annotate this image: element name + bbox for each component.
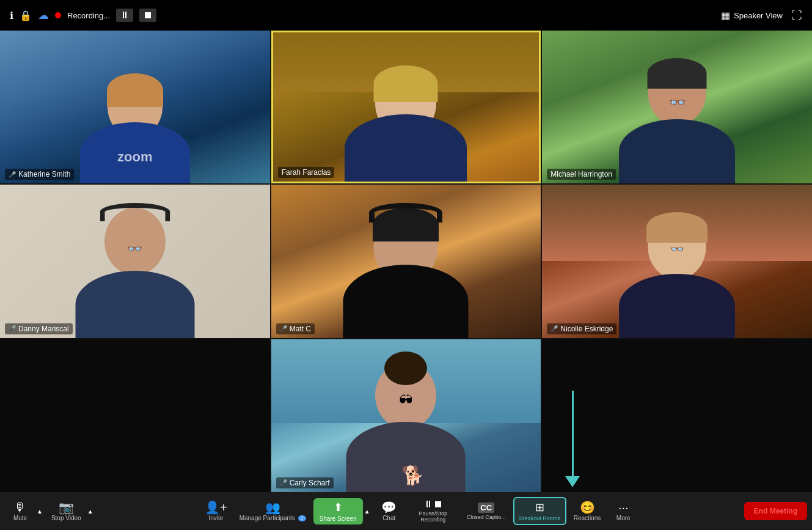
video-icon: 📷 — [59, 501, 74, 513]
stop-video-button-group: 📷 Stop Video ▲ — [46, 499, 95, 524]
stop-video-label: Stop Video — [51, 515, 81, 521]
name-label-farah: Farah Faraclas — [278, 167, 335, 178]
pause-recording-label: Pause/Stop Recording — [412, 510, 455, 523]
fullscreen-icon[interactable]: ⛶ — [791, 9, 802, 22]
more-icon: ··· — [618, 501, 629, 513]
cc-icon: CC — [478, 502, 494, 513]
share-screen-label: Share Screen — [320, 515, 357, 522]
mute-caret[interactable]: ▲ — [35, 499, 44, 524]
arrow-line — [572, 391, 574, 476]
top-bar: ℹ 🔒 ☁ Recording... ⏸ ⏹ ▦ Speaker View ⛶ — [0, 0, 812, 31]
participants-icon: 👥 — [265, 501, 280, 513]
reactions-icon: 😊 — [580, 501, 595, 513]
share-screen-caret[interactable]: ▲ — [363, 498, 371, 524]
invite-icon: 👤+ — [205, 501, 227, 513]
zoom-cloud-icon: ☁ — [38, 9, 49, 22]
recording-dot — [55, 12, 61, 18]
info-icon[interactable]: ℹ — [10, 10, 13, 21]
mic-off-icon-matt: 🎤 — [280, 325, 287, 332]
arrow-indicator — [565, 391, 580, 487]
video-cell-katherine: zoom 🎤 Katherine Smith — [0, 31, 270, 183]
reactions-button[interactable]: 😊 Reactions — [569, 499, 605, 524]
participant-name-michael: Michael Harrington — [550, 170, 612, 179]
reactions-label: Reactions — [574, 515, 601, 521]
name-label-nicolle: 🎤 Nicolle Eskridge — [547, 323, 616, 334]
toolbar-center: 👤+ Invite 👥 Manage Participants 7 ⬆ Shar… — [200, 497, 638, 525]
arrow-head — [565, 476, 580, 487]
stop-video-caret[interactable]: ▲ — [86, 499, 95, 524]
mute-icon: 🎙 — [14, 501, 26, 513]
name-label-michael: Michael Harrington — [547, 169, 616, 180]
video-cell-empty-1 — [0, 339, 270, 492]
mic-off-icon-nicolle: 🎤 — [550, 325, 558, 332]
toolbar-right: End Meeting — [744, 502, 807, 520]
share-screen-icon: ⬆ — [334, 501, 343, 514]
participant-name-nicolle: Nicolle Eskridge — [560, 325, 613, 333]
pause-stop-recording-button[interactable]: ⏸⏹ Pause/Stop Recording — [407, 497, 459, 525]
end-meeting-button[interactable]: End Meeting — [744, 502, 807, 520]
video-cell-michael: 👓 Michael Harrington — [542, 31, 812, 183]
speaker-view-icon: ▦ — [721, 10, 730, 21]
participant-name-danny: Danny Mariscal — [18, 325, 69, 333]
participant-name-carly: Carly Scharf — [290, 479, 330, 487]
participants-count-badge: 7 — [298, 515, 306, 521]
video-cell-carly: 🕶 🐕 🎤 Carly Scharf — [271, 339, 541, 492]
pause-recording-icon: ⏸⏹ — [423, 499, 443, 509]
share-screen-button-group: ⬆ Share Screen ▲ — [313, 498, 371, 524]
breakout-rooms-label: Breakout Rooms — [519, 515, 560, 521]
top-bar-right: ▦ Speaker View ⛶ — [721, 9, 802, 22]
video-cell-farah: Farah Faraclas — [271, 31, 541, 183]
closed-captions-label: Closed Captio... — [467, 514, 506, 520]
pause-button[interactable]: ⏸ — [116, 9, 133, 22]
breakout-rooms-button[interactable]: ⊞ Breakout Rooms — [513, 497, 566, 525]
name-label-matt: 🎤 Matt C — [276, 323, 315, 334]
participant-name-farah: Farah Faraclas — [282, 168, 331, 177]
more-label: More — [616, 515, 631, 521]
video-grid: zoom 🎤 Katherine Smith Farah Faraclas — [0, 31, 812, 492]
participant-name-katherine: Katherine Smith — [18, 170, 70, 179]
toolbar-left: 🎙 Mute ▲ 📷 Stop Video ▲ — [5, 499, 95, 524]
lock-icon[interactable]: 🔒 — [20, 10, 32, 21]
manage-participants-label: Manage Participants 7 — [240, 515, 306, 521]
recording-label: Recording... — [67, 11, 110, 20]
speaker-view-button[interactable]: ▦ Speaker View — [721, 10, 783, 21]
stop-recording-button[interactable]: ⏹ — [139, 9, 156, 22]
stop-video-button[interactable]: 📷 Stop Video — [46, 499, 86, 524]
participant-name-matt: Matt C — [290, 325, 311, 333]
name-label-carly: 🎤 Carly Scharf — [276, 477, 334, 488]
share-screen-button[interactable]: ⬆ Share Screen — [313, 498, 363, 524]
mic-off-icon-katherine: 🎤 — [9, 171, 16, 178]
mute-button[interactable]: 🎙 Mute — [5, 499, 35, 524]
invite-label: Invite — [208, 515, 223, 521]
speaker-view-label: Speaker View — [734, 11, 783, 20]
mic-off-icon-danny: 🎤 — [9, 325, 16, 332]
name-label-katherine: 🎤 Katherine Smith — [5, 169, 74, 180]
video-cell-matt: 🎤 Matt C — [271, 185, 541, 337]
end-meeting-label: End Meeting — [754, 507, 797, 515]
video-cell-danny: 👓 🎤 Danny Mariscal — [0, 185, 270, 337]
chat-label: Chat — [382, 515, 395, 521]
name-label-danny: 🎤 Danny Mariscal — [5, 323, 73, 334]
mute-button-group: 🎙 Mute ▲ — [5, 499, 44, 524]
breakout-rooms-icon: ⊞ — [535, 501, 544, 514]
top-bar-left: ℹ 🔒 ☁ Recording... ⏸ ⏹ — [10, 9, 156, 22]
mic-off-icon-carly: 🎤 — [280, 479, 287, 486]
more-button[interactable]: ··· More — [608, 499, 638, 524]
toolbar: 🎙 Mute ▲ 📷 Stop Video ▲ 👤+ Invite 👥 Mana… — [0, 492, 812, 530]
chat-button[interactable]: 💬 Chat — [374, 499, 404, 524]
manage-participants-button[interactable]: 👥 Manage Participants 7 — [235, 499, 311, 524]
video-cell-empty-2 — [542, 339, 812, 492]
invite-button[interactable]: 👤+ Invite — [200, 499, 232, 524]
mute-label: Mute — [13, 515, 27, 521]
closed-captions-button[interactable]: CC Closed Captio... — [462, 500, 511, 523]
chat-icon: 💬 — [381, 501, 397, 513]
video-cell-nicolle: 👓 🎤 Nicolle Eskridge — [542, 185, 812, 337]
